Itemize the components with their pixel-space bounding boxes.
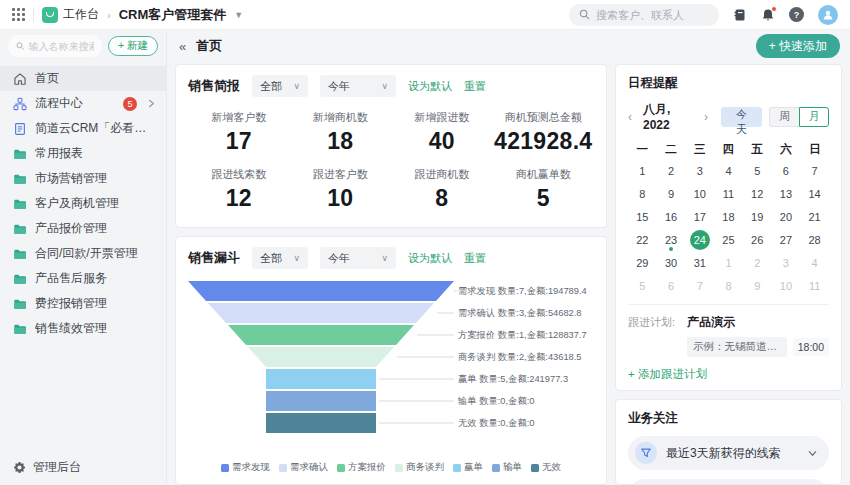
calendar-day[interactable]: 6: [657, 274, 686, 297]
sidebar-item[interactable]: 流程中心5: [0, 91, 166, 116]
legend-item[interactable]: 方案报价: [337, 461, 386, 474]
calendar-day[interactable]: 10: [772, 274, 801, 297]
sidebar-item[interactable]: 产品报价管理: [0, 216, 166, 241]
collapse-sidebar-icon[interactable]: «: [179, 39, 186, 54]
set-default-link[interactable]: 设为默认: [408, 251, 452, 266]
quick-add-button[interactable]: + 快速添加: [756, 34, 840, 58]
calendar-day[interactable]: 17: [685, 205, 714, 228]
calendar-day[interactable]: 19: [743, 205, 772, 228]
sidebar-item[interactable]: 常用报表: [0, 141, 166, 166]
calendar-day[interactable]: 15: [628, 205, 657, 228]
sidebar-item[interactable]: 首页: [0, 66, 166, 91]
calendar-day[interactable]: 31: [685, 251, 714, 274]
calendar-day[interactable]: 25: [714, 228, 743, 251]
business-focus-item[interactable]: 最近3天新获得的线索: [628, 436, 829, 470]
stat-value[interactable]: 18: [290, 128, 392, 155]
business-focus-item[interactable]: 最近3天新获得的客户: [628, 479, 829, 485]
legend-item[interactable]: 输单: [492, 461, 522, 474]
calendar-day-selected[interactable]: 24: [685, 228, 714, 251]
calendar-day[interactable]: 20: [772, 205, 801, 228]
stat-value[interactable]: 40: [391, 128, 493, 155]
calendar-day[interactable]: 18: [714, 205, 743, 228]
stat-value[interactable]: 12: [188, 185, 290, 212]
calendar-day[interactable]: 22: [628, 228, 657, 251]
funnel-segment[interactable]: [248, 347, 394, 367]
calendar-day[interactable]: 21: [800, 205, 829, 228]
reset-link[interactable]: 重置: [464, 251, 486, 266]
help-icon[interactable]: ?: [789, 7, 804, 22]
calendar-day[interactable]: 3: [685, 159, 714, 182]
notifications-bell-icon[interactable]: [761, 8, 775, 22]
calendar-day[interactable]: 5: [628, 274, 657, 297]
calendar-day[interactable]: 7: [685, 274, 714, 297]
funnel-segment[interactable]: [266, 413, 376, 433]
calendar-day[interactable]: 9: [657, 182, 686, 205]
stat-value[interactable]: 421928.4: [493, 128, 595, 155]
stat-value[interactable]: 5: [493, 185, 595, 212]
calendar-day[interactable]: 2: [657, 159, 686, 182]
stat-value[interactable]: 10: [290, 185, 392, 212]
calendar-day[interactable]: 8: [714, 274, 743, 297]
apps-grid-icon[interactable]: [12, 8, 25, 21]
calendar-day[interactable]: 12: [743, 182, 772, 205]
global-search-input[interactable]: [596, 9, 706, 21]
add-followup-plan-link[interactable]: + 添加跟进计划: [628, 367, 707, 382]
prev-month-icon[interactable]: ‹: [628, 110, 632, 124]
calendar-day[interactable]: 7: [800, 159, 829, 182]
calendar-day[interactable]: 11: [800, 274, 829, 297]
calendar-day[interactable]: 3: [772, 251, 801, 274]
workspace-chip[interactable]: 工作台: [42, 6, 99, 23]
contacts-icon[interactable]: [733, 8, 747, 22]
calendar-day[interactable]: 6: [772, 159, 801, 182]
calendar-day[interactable]: 9: [743, 274, 772, 297]
set-default-link[interactable]: 设为默认: [408, 79, 452, 94]
calendar-day[interactable]: 27: [772, 228, 801, 251]
sidebar-item[interactable]: 产品售后服务: [0, 266, 166, 291]
today-button[interactable]: 今天: [721, 107, 762, 127]
user-avatar[interactable]: [818, 5, 838, 25]
sidebar-item[interactable]: 客户及商机管理: [0, 191, 166, 216]
time-select[interactable]: 今年 ∨: [320, 75, 396, 97]
legend-item[interactable]: 需求发现: [221, 461, 270, 474]
sidebar-item[interactable]: 费控报销管理: [0, 291, 166, 316]
sidebar-search-input[interactable]: [28, 41, 94, 52]
calendar-day[interactable]: 5: [743, 159, 772, 182]
stat-value[interactable]: 8: [391, 185, 493, 212]
calendar-day[interactable]: 1: [714, 251, 743, 274]
funnel-segment[interactable]: [188, 281, 454, 301]
funnel-segment[interactable]: [228, 325, 414, 345]
legend-item[interactable]: 商务谈判: [395, 461, 444, 474]
calendar-day[interactable]: 16: [657, 205, 686, 228]
calendar-day[interactable]: 4: [800, 251, 829, 274]
sidebar-item[interactable]: 合同/回款/开票管理: [0, 241, 166, 266]
week-toggle[interactable]: 周: [769, 107, 799, 127]
month-toggle[interactable]: 月: [799, 107, 829, 127]
reset-link[interactable]: 重置: [464, 79, 486, 94]
sidebar-item[interactable]: 销售绩效管理: [0, 316, 166, 341]
sidebar-search[interactable]: [8, 35, 102, 57]
admin-console-link[interactable]: 管理后台: [0, 449, 166, 485]
calendar-day[interactable]: 1: [628, 159, 657, 182]
scope-select[interactable]: 全部 ∨: [252, 75, 308, 97]
funnel-segment[interactable]: [266, 369, 376, 389]
sidebar-item[interactable]: 市场营销管理: [0, 166, 166, 191]
legend-item[interactable]: 赢单: [453, 461, 483, 474]
app-title-caret-icon[interactable]: ▼: [234, 10, 243, 20]
calendar-day[interactable]: 4: [714, 159, 743, 182]
calendar-day[interactable]: 10: [685, 182, 714, 205]
stat-value[interactable]: 17: [188, 128, 290, 155]
calendar-day[interactable]: 14: [800, 182, 829, 205]
new-button[interactable]: + 新建: [108, 36, 158, 56]
sidebar-item[interactable]: 简道云CRM「必看说明」: [0, 116, 166, 141]
calendar-day[interactable]: 29: [628, 251, 657, 274]
funnel-segment[interactable]: [208, 303, 434, 323]
calendar-day[interactable]: 2: [743, 251, 772, 274]
scope-select[interactable]: 全部 ∨: [252, 247, 308, 269]
funnel-segment[interactable]: [266, 391, 376, 411]
calendar-day[interactable]: 11: [714, 182, 743, 205]
global-search[interactable]: [569, 4, 719, 26]
calendar-day[interactable]: 28: [800, 228, 829, 251]
next-month-icon[interactable]: ›: [704, 110, 708, 124]
chevron-down-icon[interactable]: [808, 449, 817, 458]
followup-plan-body[interactable]: 产品演示 示例：无锡简道云科技有限... 18:00: [687, 314, 829, 357]
